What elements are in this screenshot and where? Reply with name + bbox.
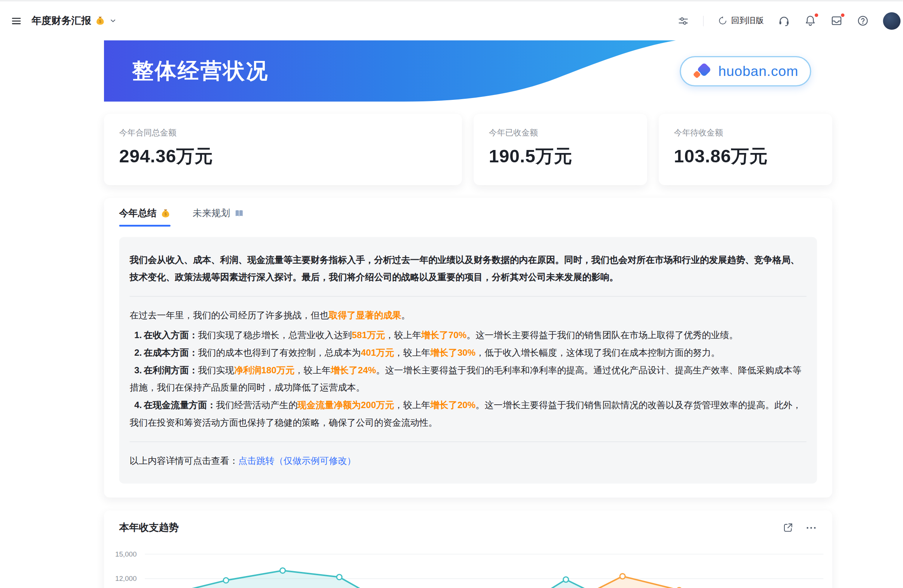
back-to-old-version-button[interactable]: 回到旧版 — [718, 15, 764, 26]
export-button[interactable] — [783, 522, 794, 533]
hamburger-menu-button[interactable] — [11, 15, 22, 27]
highlight-text: 净利润180万元 — [234, 365, 294, 375]
hamburger-icon — [11, 15, 22, 27]
back-to-old-version-label: 回到旧版 — [731, 15, 764, 26]
active-tab-underline — [119, 225, 170, 227]
open-in-new-icon — [783, 522, 794, 533]
stat-label: 今年合同总金额 — [119, 128, 447, 138]
money-bag-icon: $ — [160, 208, 171, 219]
banner-title: 整体经营状况 — [132, 57, 269, 86]
view-settings-button[interactable] — [677, 15, 689, 27]
stat-value: 190.5万元 — [489, 145, 632, 169]
money-bag-icon: $ — [95, 16, 105, 26]
stat-card-pending: 今年待收金额 103.86万元 — [659, 114, 832, 185]
huoban-logo: huoban.com — [680, 56, 811, 86]
highlight-text: 401万元 — [361, 347, 394, 358]
notification-dot — [814, 13, 818, 17]
ellipsis-icon — [805, 522, 817, 533]
stat-label: 今年待收金额 — [674, 128, 817, 138]
jump-link[interactable]: 点击跳转（仅做示例可修改） — [238, 456, 356, 466]
highlight-text: 现金流量净额为200万元 — [297, 400, 394, 410]
summary-list-item: 3.在利润方面：我们实现净利润180万元，较上年增长了24%。这一增长主要得益于… — [130, 361, 807, 396]
summary-list-item: 2.在成本方面：我们的成本也得到了有效控制，总成本为401万元，较上年增长了30… — [130, 344, 807, 362]
help-button[interactable] — [857, 14, 869, 27]
highlight-text: 增长了30% — [430, 347, 475, 358]
highlight-text: 增长了20% — [430, 400, 475, 410]
support-button[interactable] — [778, 14, 790, 27]
divider — [130, 296, 807, 297]
page-title-group[interactable]: 年度财务汇报 $ — [31, 14, 117, 27]
history-arrow-icon — [718, 16, 728, 26]
chevron-down-icon — [109, 17, 117, 24]
tab-label: 今年总结 — [119, 207, 156, 220]
tab-this-year-summary[interactable]: 今年总结 $ — [119, 207, 170, 227]
page-title: 年度财务汇报 — [31, 14, 91, 27]
summary-list-item: 1.在收入方面：我们实现了稳步增长，总营业收入达到581万元，较上年增长了70%… — [130, 327, 807, 344]
divider — [130, 441, 807, 442]
app-window: 年度财务汇报 $ 回到旧版 — [0, 0, 903, 588]
stat-card-received: 今年已收金额 190.5万元 — [474, 114, 647, 185]
navbar-actions: 回到旧版 — [677, 12, 892, 30]
trend-card: 本年收支趋势 15,00012,0009,000 — [104, 510, 832, 588]
top-navbar: 年度财务汇报 $ 回到旧版 — [0, 1, 903, 40]
trend-card-actions — [783, 522, 817, 533]
banner: 整体经营状况 huoban.com — [104, 40, 832, 102]
stat-cards-row: 今年合同总金额 294.36万元 今年已收金额 190.5万元 今年待收金额 1… — [104, 114, 832, 185]
divider — [703, 15, 704, 26]
screenshot-viewport: 年度财务汇报 $ 回到旧版 — [0, 0, 903, 588]
trend-chart: 15,00012,0009,000 — [104, 538, 832, 588]
sliders-icon — [677, 15, 689, 27]
stat-card-contract-total: 今年合同总金额 294.36万元 — [104, 114, 462, 185]
summary-panel: 我们会从收入、成本、利润、现金流量等主要财务指标入手，分析过去一年的业绩以及财务… — [119, 237, 817, 484]
huoban-logo-mark-icon — [692, 62, 712, 80]
notifications-button[interactable] — [804, 14, 816, 27]
tab-future-plan[interactable]: 未来规划 — [193, 207, 244, 227]
svg-text:15,000: 15,000 — [115, 550, 137, 558]
highlight-text: 增长了70% — [421, 330, 466, 340]
trend-card-header: 本年收支趋势 — [104, 521, 832, 535]
stat-label: 今年已收金额 — [489, 128, 632, 138]
stat-value: 103.86万元 — [674, 145, 817, 169]
summary-card: 今年总结 $ 未来规划 — [104, 198, 832, 497]
trend-title: 本年收支趋势 — [119, 521, 178, 535]
svg-text:$: $ — [165, 212, 167, 216]
tab-label: 未来规划 — [193, 207, 230, 220]
open-book-icon — [234, 208, 244, 219]
question-circle-icon — [857, 14, 869, 27]
summary-footer: 以上内容详情可点击查看：点击跳转（仅做示例可修改） — [130, 452, 807, 469]
huoban-logo-text: huoban.com — [718, 63, 798, 79]
inbox-button[interactable] — [831, 14, 843, 27]
headset-icon — [778, 14, 790, 27]
summary-intro: 我们会从收入、成本、利润、现金流量等主要财务指标入手，分析过去一年的业绩以及财务… — [130, 251, 807, 286]
more-options-button[interactable] — [805, 522, 817, 533]
svg-text:12,000: 12,000 — [115, 575, 137, 582]
summary-lead: 在过去一年里，我们的公司经历了许多挑战，但也取得了显著的成果。 — [130, 307, 807, 324]
highlight-text: 取得了显著的成果 — [329, 310, 401, 320]
tab-bar: 今年总结 $ 未来规划 — [104, 198, 832, 226]
main-content: 整体经营状况 huoban.com 今年合同总金额 294.36万元 — [104, 40, 832, 588]
summary-list-item: 4.在现金流量方面：我们经营活动产生的现金流量净额为200万元，较上年增长了20… — [130, 396, 807, 432]
notification-dot — [840, 13, 845, 17]
highlight-text: 增长了24% — [331, 365, 376, 375]
highlight-text: 581万元 — [352, 330, 385, 340]
avatar[interactable] — [883, 12, 901, 30]
stat-value: 294.36万元 — [119, 145, 447, 169]
svg-text:$: $ — [99, 19, 101, 24]
